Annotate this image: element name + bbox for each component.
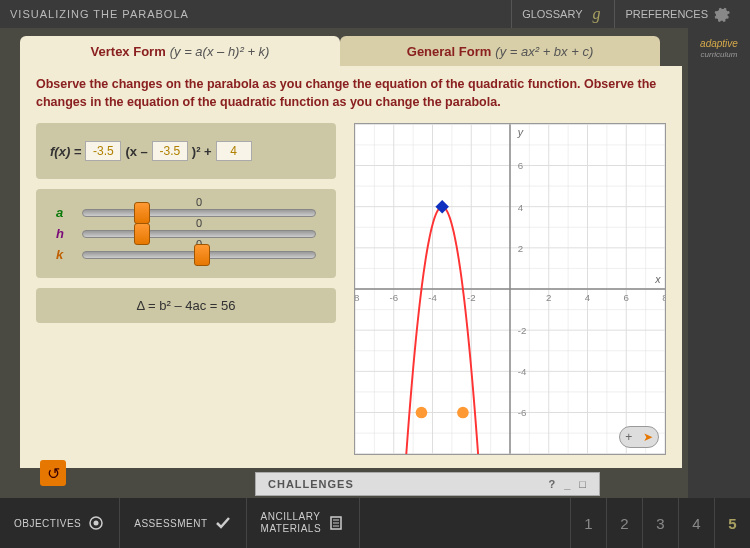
reset-button[interactable]: ↺ xyxy=(40,460,66,486)
instructions-text: Observe the changes on the parabola as y… xyxy=(36,76,666,111)
gear-icon xyxy=(714,6,730,22)
page-4[interactable]: 4 xyxy=(678,498,714,548)
slider-a-label: a xyxy=(56,205,70,220)
page-3[interactable]: 3 xyxy=(642,498,678,548)
slider-h-label: h xyxy=(56,226,70,241)
preferences-button[interactable]: PREFERENCES xyxy=(614,0,740,28)
svg-point-53 xyxy=(416,407,428,419)
chart-tool-button[interactable]: + ➤ xyxy=(619,426,659,448)
minimize-icon[interactable]: _ xyxy=(564,478,571,490)
svg-text:-8: -8 xyxy=(355,292,359,303)
svg-text:4: 4 xyxy=(585,292,591,303)
svg-text:2: 2 xyxy=(546,292,551,303)
page-2[interactable]: 2 xyxy=(606,498,642,548)
svg-text:-4: -4 xyxy=(518,366,527,377)
page-1[interactable]: 1 xyxy=(570,498,606,548)
input-h[interactable] xyxy=(152,141,188,161)
objectives-label: OBJECTIVES xyxy=(14,518,81,529)
glossary-label: GLOSSARY xyxy=(522,8,582,20)
plus-icon: + xyxy=(625,430,632,444)
ancillary-label: ANCILLARY MATERIALS xyxy=(261,511,321,535)
expand-icon[interactable]: □ xyxy=(579,478,587,490)
tab-vertex-form[interactable]: Vertex Form (y = a(x – h)² + k) xyxy=(20,36,340,66)
reset-icon: ↺ xyxy=(47,464,60,483)
preferences-label: PREFERENCES xyxy=(625,8,708,20)
glossary-icon: g xyxy=(588,6,604,22)
svg-text:4: 4 xyxy=(518,202,524,213)
brand-logo: adaptive curriculum xyxy=(700,38,738,60)
svg-text:-6: -6 xyxy=(518,407,527,418)
svg-point-54 xyxy=(457,407,469,419)
eq-prefix: f(x) = xyxy=(50,144,81,159)
target-icon xyxy=(87,514,105,532)
tab-general-eq: (y = ax² + bx + c) xyxy=(495,44,593,59)
parabola-chart[interactable]: -8-6-4-22468-6-4-2246xy + ➤ xyxy=(354,123,666,455)
ancillary-button[interactable]: ANCILLARY MATERIALS xyxy=(247,498,360,548)
brand-line2: curriculum xyxy=(700,50,738,60)
help-icon[interactable]: ? xyxy=(548,478,556,490)
tab-vertex-eq: (y = a(x – h)² + k) xyxy=(170,44,270,59)
check-icon xyxy=(214,514,232,532)
svg-text:-4: -4 xyxy=(428,292,437,303)
challenges-bar[interactable]: CHALLENGES ? _ □ xyxy=(255,472,600,496)
page-title: VISUALIZING THE PARABOLA xyxy=(10,8,511,20)
svg-text:-2: -2 xyxy=(518,325,527,336)
document-icon xyxy=(327,514,345,532)
challenges-label: CHALLENGES xyxy=(268,478,354,490)
tab-vertex-label: Vertex Form xyxy=(91,44,166,59)
discriminant-display: Δ = b² – 4ac = 56 xyxy=(36,288,336,323)
svg-text:-2: -2 xyxy=(467,292,476,303)
input-k[interactable] xyxy=(216,141,252,161)
brand-line1: adaptive xyxy=(700,38,738,50)
pointer-icon: ➤ xyxy=(643,430,653,444)
svg-text:y: y xyxy=(517,126,524,138)
page-5[interactable]: 5 xyxy=(714,498,750,548)
assessment-button[interactable]: ASSESSMENT xyxy=(120,498,246,548)
svg-text:x: x xyxy=(654,273,661,285)
slider-h[interactable]: 0 xyxy=(82,230,316,238)
slider-a[interactable]: 0 xyxy=(82,209,316,217)
svg-text:8: 8 xyxy=(662,292,665,303)
svg-text:2: 2 xyxy=(518,243,523,254)
tab-general-label: General Form xyxy=(407,44,492,59)
slider-h-thumb[interactable] xyxy=(134,223,150,245)
sliders-panel: a 0 h 0 xyxy=(36,189,336,278)
svg-point-56 xyxy=(94,521,99,526)
slider-k-thumb[interactable] xyxy=(194,244,210,266)
slider-a-value: 0 xyxy=(196,196,202,208)
slider-k-label: k xyxy=(56,247,70,262)
svg-text:6: 6 xyxy=(518,160,523,171)
equation-display: f(x) = (x – )² + xyxy=(36,123,336,179)
svg-text:6: 6 xyxy=(624,292,629,303)
assessment-label: ASSESSMENT xyxy=(134,518,207,529)
input-a[interactable] xyxy=(85,141,121,161)
eq-mid1: (x – xyxy=(125,144,147,159)
objectives-button[interactable]: OBJECTIVES xyxy=(0,498,120,548)
eq-mid2: )² + xyxy=(192,144,212,159)
glossary-button[interactable]: GLOSSARY g xyxy=(511,0,614,28)
slider-h-value: 0 xyxy=(196,217,202,229)
svg-text:-6: -6 xyxy=(389,292,398,303)
slider-a-thumb[interactable] xyxy=(134,202,150,224)
tab-general-form[interactable]: General Form (y = ax² + bx + c) xyxy=(340,36,660,66)
slider-k[interactable]: 0 xyxy=(82,251,316,259)
